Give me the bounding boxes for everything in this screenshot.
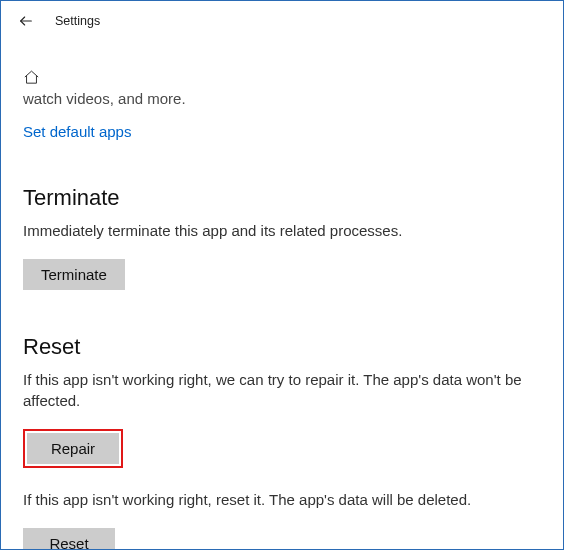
arrow-left-icon (18, 13, 34, 29)
repair-highlight: Repair (23, 429, 123, 468)
terminate-heading: Terminate (23, 185, 541, 211)
reset-section: Reset If this app isn't working right, w… (23, 334, 541, 550)
window-title: Settings (55, 14, 100, 28)
truncated-text: watch videos, and more. (23, 90, 541, 107)
reset-button[interactable]: Reset (23, 528, 115, 550)
terminate-button[interactable]: Terminate (23, 259, 125, 290)
repair-description: If this app isn't working right, we can … (23, 370, 541, 411)
repair-button[interactable]: Repair (27, 433, 119, 464)
back-button[interactable] (15, 10, 37, 32)
terminate-section: Terminate Immediately terminate this app… (23, 185, 541, 290)
content-area: watch videos, and more. Set default apps… (1, 41, 563, 550)
reset-heading: Reset (23, 334, 541, 360)
terminate-description: Immediately terminate this app and its r… (23, 221, 541, 241)
home-icon (23, 69, 40, 86)
set-default-apps-link[interactable]: Set default apps (23, 123, 131, 140)
home-button[interactable] (23, 69, 541, 86)
title-bar: Settings (1, 1, 563, 41)
reset-description: If this app isn't working right, reset i… (23, 490, 541, 510)
